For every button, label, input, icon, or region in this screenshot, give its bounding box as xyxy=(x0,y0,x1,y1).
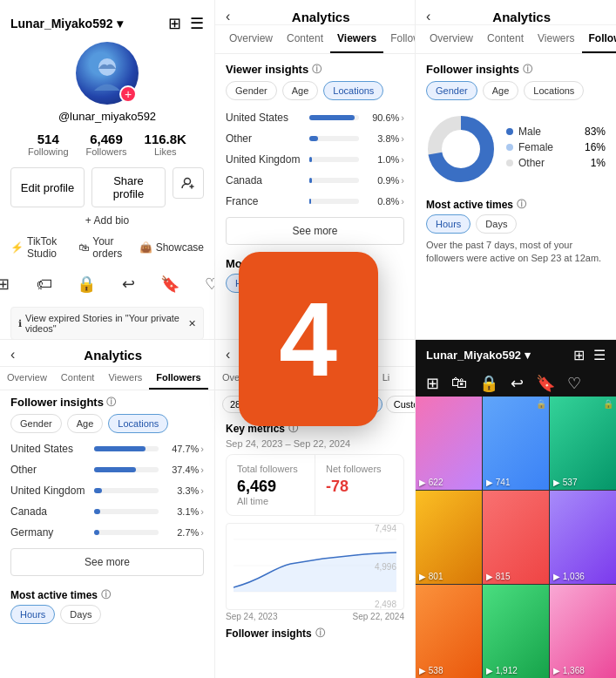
legend-other: Other 1% xyxy=(506,157,606,169)
grid-view-icon[interactable]: ⊞ xyxy=(426,374,439,393)
info-icon: ℹ xyxy=(18,318,22,329)
tab-content[interactable]: Content xyxy=(54,367,102,390)
location-row[interactable]: Canada 0.9% › xyxy=(215,170,415,191)
video-thumb[interactable]: ▶ 1,368 xyxy=(550,585,616,678)
filter-gender[interactable]: Gender xyxy=(10,414,62,433)
location-row[interactable]: France 0.8% › xyxy=(215,191,415,212)
stat-following[interactable]: 514 Following xyxy=(28,132,68,157)
tab-more[interactable]: Li xyxy=(376,367,397,390)
hours-pill[interactable]: Hours xyxy=(10,605,55,624)
save-icon[interactable]: 🔖 xyxy=(536,374,555,393)
location-row[interactable]: United States 47.7% › xyxy=(0,438,214,459)
lock-icon[interactable]: 🔒 xyxy=(479,374,498,393)
share-profile-button[interactable]: Share profile xyxy=(91,167,166,207)
tab-content[interactable]: Content xyxy=(280,25,330,53)
location-row[interactable]: United States 90.6% › xyxy=(215,107,415,128)
info-icon: ⓘ xyxy=(523,63,532,76)
plus-square-icon[interactable]: ⊞ xyxy=(168,14,181,33)
filter-age[interactable]: Age xyxy=(67,414,104,433)
video-thumb[interactable]: ▶ 1,036 xyxy=(550,491,616,584)
location-row[interactable]: Canada 3.1% › xyxy=(0,501,214,522)
expired-stories-notice[interactable]: ℹ View expired Stories in "Your private … xyxy=(10,307,204,340)
video-thumb[interactable]: ▶ 622 xyxy=(416,397,482,490)
heart-icon[interactable]: ♡ xyxy=(567,374,581,393)
tab-content[interactable]: Content xyxy=(480,25,531,53)
shop-icon[interactable]: 🛍 xyxy=(451,374,467,393)
bookmark-icon[interactable]: 🔖 xyxy=(154,268,186,300)
back-button[interactable]: ‹ xyxy=(226,347,230,363)
video-thumb[interactable]: ▶ 815 xyxy=(483,491,549,584)
chevron-down-icon[interactable]: ▾ xyxy=(117,17,123,31)
back-button[interactable]: ‹ xyxy=(10,347,15,363)
location-row[interactable]: United Kingdom 1.0% › xyxy=(215,149,415,170)
see-more-button[interactable]: See more xyxy=(10,548,204,576)
location-row[interactable]: Other 3.8% › xyxy=(215,128,415,149)
tab-viewers[interactable]: Viewers xyxy=(330,25,383,53)
grid-icon[interactable]: ⊞ xyxy=(0,268,18,300)
tab-overview[interactable]: Overview xyxy=(423,25,480,53)
menu-icon[interactable]: ☰ xyxy=(190,14,204,33)
filter-locations[interactable]: Locations xyxy=(108,414,168,433)
tab-overview[interactable]: Overview xyxy=(0,367,54,390)
add-bio-link[interactable]: + Add bio xyxy=(85,214,129,227)
analytics-tabs: Overview Content Viewers Followers Li xyxy=(215,25,415,54)
chevron-down-icon[interactable]: ▾ xyxy=(525,349,531,362)
back-button[interactable]: ‹ xyxy=(226,9,230,24)
location-row[interactable]: United Kingdom 3.3% › xyxy=(0,480,214,501)
stat-likes[interactable]: 116.8K Likes xyxy=(145,132,186,157)
legend-male: Male 83% xyxy=(506,125,606,138)
tab-viewers[interactable]: Viewers xyxy=(531,25,581,53)
back-button[interactable]: ‹ xyxy=(426,9,430,24)
followers-chart: 7,494 4,996 2,498 xyxy=(226,523,404,610)
tab-overview[interactable]: Overview xyxy=(222,25,280,53)
plus-icon[interactable]: ⊞ xyxy=(573,347,585,363)
video-thumb[interactable]: ▶ 741 🔒 xyxy=(483,397,549,490)
profile-panel: Lunar_Miyako592 ▾ ⊞ ☰ + @lunar_miya xyxy=(0,0,215,340)
video-thumb[interactable]: ▶ 1,912 xyxy=(483,585,549,678)
video-thumb[interactable]: ▶ 537 🔒 xyxy=(550,397,616,490)
close-icon[interactable]: ✕ xyxy=(188,318,196,329)
filter-gender[interactable]: Gender xyxy=(426,81,477,100)
showcase-link[interactable]: 👜 Showcase xyxy=(139,235,204,260)
repost-icon[interactable]: ↩ xyxy=(112,268,144,300)
bag-icon: 👜 xyxy=(139,241,152,254)
bottom-right-panel: Lunar_Miyako592 ▾ ⊞ ☰ ⊞ 🛍 🔒 ↩ 🔖 ♡ ▶ 622 … xyxy=(416,340,616,678)
repost-icon[interactable]: ↩ xyxy=(511,374,524,393)
days-pill[interactable]: Days xyxy=(476,214,517,234)
filter-locations[interactable]: Locations xyxy=(524,81,584,100)
add-user-button[interactable] xyxy=(173,167,204,199)
donut-chart: Male 83% Female 16% Other 1% xyxy=(416,107,616,191)
bottom-left-tabs: Overview Content Viewers Followers L xyxy=(0,367,214,390)
tab-followers[interactable]: Followers xyxy=(149,367,207,390)
see-more-button[interactable]: See more xyxy=(226,217,404,245)
chart-y-labels: 7,494 4,996 2,498 xyxy=(375,524,396,609)
tab-viewers[interactable]: Viewers xyxy=(101,367,149,390)
days-pill[interactable]: Days xyxy=(60,605,101,624)
tab-followers[interactable]: Followers xyxy=(582,25,616,53)
range-custom[interactable]: Custom xyxy=(386,396,415,413)
menu-icon[interactable]: ☰ xyxy=(593,347,606,363)
stat-followers[interactable]: 6,469 Followers xyxy=(86,132,127,157)
video-thumb[interactable]: ▶ 801 xyxy=(416,491,482,584)
edit-profile-button[interactable]: Edit profile xyxy=(10,167,85,207)
lock-icon[interactable]: 🔒 xyxy=(71,268,102,300)
bottom-left-filter-pills: Gender Age Locations xyxy=(10,414,204,438)
follower-insights-section: Follower insights ⓘ xyxy=(215,621,415,643)
date-range-text: Sep 24, 2023 – Sep 22, 2024 xyxy=(215,437,415,454)
filter-gender[interactable]: Gender xyxy=(226,81,277,100)
orders-link[interactable]: 🛍 Your orders xyxy=(78,235,125,260)
location-row[interactable]: Other 37.4% › xyxy=(0,459,214,480)
location-row[interactable]: Germany 2.7% › xyxy=(0,522,214,543)
filter-locations[interactable]: Locations xyxy=(323,81,383,100)
filter-age[interactable]: Age xyxy=(282,81,319,100)
add-avatar-button[interactable]: + xyxy=(119,85,137,103)
tab-followers[interactable]: Followers xyxy=(383,25,416,53)
filter-age[interactable]: Age xyxy=(483,81,519,100)
video-thumb[interactable]: ▶ 538 xyxy=(416,585,482,678)
hours-pill[interactable]: Hours xyxy=(426,214,470,234)
grid-header: Lunar_Miyako592 ▾ ⊞ ☰ xyxy=(416,340,616,370)
tab-more[interactable]: L xyxy=(208,367,214,390)
heart-icon[interactable]: ♡ xyxy=(196,268,215,300)
tag-icon[interactable]: 🏷 xyxy=(29,268,60,300)
tiktok-studio-link[interactable]: ⚡ TikTok Studio xyxy=(10,235,64,260)
